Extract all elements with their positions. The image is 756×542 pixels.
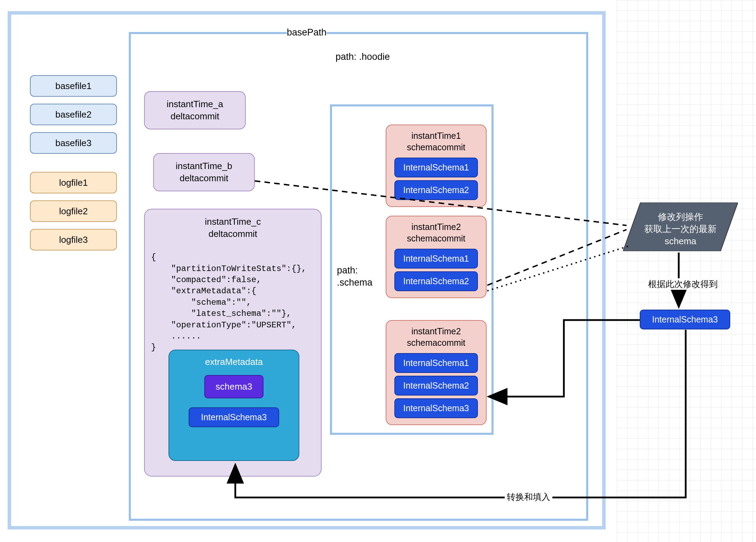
internalschema3-badge: InternalSchema3 bbox=[189, 407, 279, 427]
schema3-badge: schema3 bbox=[204, 375, 263, 398]
deltacommit-a-time: instantTime_a bbox=[167, 99, 223, 109]
sc2-item: InternalSchema1 bbox=[394, 249, 478, 269]
hoodie-label: path: .hoodie bbox=[336, 51, 390, 62]
schemacommit-2: instantTime2 schemacommit InternalSchema… bbox=[386, 216, 487, 298]
schema-path-label: path:.schema bbox=[337, 264, 372, 289]
paral-l3: schema bbox=[664, 236, 696, 246]
schemacommit-3: instantTime2 schemacommit InternalSchema… bbox=[386, 320, 487, 425]
derive-label: 根据此次修改得到 bbox=[646, 278, 720, 290]
schema-path-text: path:.schema bbox=[337, 264, 372, 289]
extrametadata-title: extraMetadata bbox=[205, 357, 263, 367]
sc1-time: instantTime1 bbox=[411, 131, 461, 141]
basefile-item: basefile1 bbox=[30, 75, 117, 97]
sc3-type: schemacommit bbox=[407, 338, 465, 348]
sc1-item: InternalSchema1 bbox=[394, 158, 478, 177]
convert-label: 转换和填入 bbox=[505, 491, 552, 503]
basefile-item: basefile2 bbox=[30, 104, 117, 125]
logfile-item: logfile3 bbox=[30, 229, 117, 250]
deltacommit-c-time: instantTime_c bbox=[205, 216, 261, 227]
deltacommit-a: instantTime_a deltacommit bbox=[144, 91, 246, 129]
sc2-type: schemacommit bbox=[407, 233, 465, 243]
basefile-item: basefile3 bbox=[30, 132, 117, 154]
sc2-item: InternalSchema2 bbox=[394, 271, 478, 291]
diagram-canvas: basePath path: .hoodie path:.schema base… bbox=[0, 0, 756, 542]
sc2-time: instantTime2 bbox=[411, 222, 461, 232]
grid-background bbox=[617, 0, 756, 542]
sc1-item: InternalSchema2 bbox=[394, 180, 478, 200]
sc3-item: InternalSchema3 bbox=[394, 398, 478, 418]
logfile-item: logfile2 bbox=[30, 200, 117, 222]
paral-l1: 修改列操作 bbox=[658, 212, 703, 222]
sc3-item: InternalSchema1 bbox=[394, 353, 478, 373]
json-content: { "partitionToWriteStats":{}, "compacted… bbox=[145, 246, 321, 353]
sc1-type: schemacommit bbox=[407, 142, 465, 152]
deltacommit-b: instantTime_b deltacommit bbox=[153, 153, 255, 191]
operation-parallelogram: 修改列操作 获取上一次的最新 schema bbox=[623, 202, 738, 251]
extrametadata-box: extraMetadata schema3 InternalSchema3 bbox=[168, 350, 299, 461]
external-internalschema3: InternalSchema3 bbox=[640, 310, 730, 329]
deltacommit-b-time: instantTime_b bbox=[176, 161, 232, 171]
deltacommit-c-type: deltacommit bbox=[208, 229, 257, 239]
logfile-item: logfile1 bbox=[30, 172, 117, 193]
paral-l2: 获取上一次的最新 bbox=[644, 224, 717, 234]
sc3-item: InternalSchema2 bbox=[394, 376, 478, 396]
deltacommit-b-type: deltacommit bbox=[180, 173, 228, 183]
schemacommit-1: instantTime1 schemacommit InternalSchema… bbox=[386, 125, 487, 207]
sc3-time: instantTime2 bbox=[411, 326, 461, 336]
deltacommit-a-type: deltacommit bbox=[171, 111, 219, 121]
basepath-label: basePath bbox=[287, 27, 326, 38]
